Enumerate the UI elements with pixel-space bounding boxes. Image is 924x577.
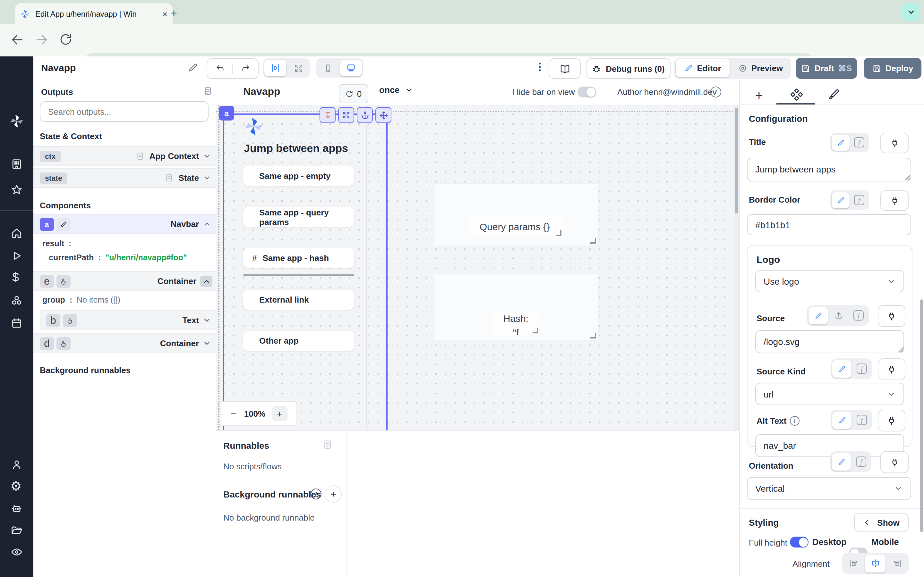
folders-icon[interactable]	[10, 524, 23, 537]
info-icon[interactable]: i	[710, 87, 721, 97]
anchor-button[interactable]	[357, 107, 373, 123]
resize-handle[interactable]	[590, 333, 596, 338]
component-row-text-b[interactable]: b Text	[40, 310, 216, 330]
connect-plug-button[interactable]	[878, 410, 905, 432]
chevron-down-icon[interactable]	[203, 339, 211, 348]
align-center-icon[interactable]	[865, 554, 885, 572]
windmill-logo[interactable]	[9, 113, 24, 129]
title-input[interactable]: Jump between apps	[747, 158, 911, 181]
static-pencil-icon[interactable]	[809, 307, 828, 324]
textarea-resize-grip[interactable]	[897, 345, 903, 352]
resize-handle[interactable]	[556, 230, 561, 236]
fn-icon[interactable]: f	[851, 192, 867, 208]
panel-scrollbar-thumb[interactable]	[920, 300, 923, 532]
nav-link-hash[interactable]: # Same app - hash	[243, 248, 354, 268]
schedules-calendar-icon[interactable]	[10, 317, 23, 330]
fn-icon[interactable]: f	[853, 411, 871, 429]
docs-book-button[interactable]	[549, 58, 581, 79]
zoom-out-button[interactable]: −	[230, 408, 236, 419]
back-icon[interactable]	[10, 33, 24, 47]
hash-container[interactable]: Hash: "f	[434, 274, 599, 341]
chevron-up-icon[interactable]	[200, 276, 212, 287]
selected-component-tag[interactable]: a	[219, 106, 234, 121]
forward-icon[interactable]	[35, 33, 49, 47]
expand-down-button[interactable]	[320, 107, 336, 123]
group-row[interactable]: group : No items ([])	[42, 295, 120, 305]
refresh-mode-select[interactable]: once	[379, 85, 413, 95]
new-tab-button[interactable]: +	[171, 7, 177, 20]
connect-plug-button[interactable]	[880, 133, 909, 153]
fn-icon[interactable]: f	[851, 134, 867, 150]
result-key[interactable]: result :	[42, 239, 71, 248]
align-right-icon[interactable]	[887, 554, 907, 572]
border-color-input[interactable]	[747, 214, 911, 235]
hand-pointer-icon[interactable]	[57, 337, 71, 350]
hand-pointer-icon[interactable]	[57, 275, 71, 287]
doc-icon[interactable]	[322, 439, 333, 450]
app-canvas[interactable]: a Jump between apps Same app	[216, 105, 739, 430]
audit-eye-icon[interactable]	[10, 546, 23, 558]
upload-icon[interactable]	[829, 307, 848, 324]
full-height-toggle[interactable]	[790, 537, 809, 548]
query-params-container[interactable]: Query params {}	[434, 183, 599, 246]
doc-icon[interactable]	[203, 86, 213, 96]
zoom-in-button[interactable]: +	[272, 406, 287, 421]
chevron-up-icon[interactable]	[203, 220, 211, 228]
undo-button[interactable]	[207, 63, 232, 74]
tab-search-button[interactable]	[902, 3, 920, 21]
nav-link-external[interactable]: External link	[243, 290, 354, 309]
search-outputs-input[interactable]	[40, 101, 208, 122]
static-pencil-icon[interactable]	[832, 134, 850, 150]
home-icon[interactable]	[10, 227, 23, 240]
logo-mode-select[interactable]: Use logo	[755, 270, 904, 292]
chevron-down-icon[interactable]	[203, 152, 211, 160]
current-path-row[interactable]: currentPath : "u/henri/navapp#foo"	[49, 253, 187, 262]
info-icon[interactable]: i	[310, 488, 321, 500]
draft-button[interactable]: Draft ⌘S	[796, 57, 857, 79]
nav-link-other-app[interactable]: Other app	[243, 331, 354, 351]
deploy-button[interactable]: Deploy	[864, 57, 921, 79]
bounded-width-button[interactable]	[264, 60, 286, 76]
static-pencil-icon[interactable]	[832, 411, 851, 429]
tab-component-settings-icon[interactable]	[790, 89, 803, 101]
rename-pencil-icon[interactable]	[187, 62, 198, 73]
panel-divider[interactable]	[347, 431, 347, 577]
resources-cubes-icon[interactable]	[10, 294, 23, 307]
redo-button[interactable]	[232, 63, 258, 74]
tab-editor[interactable]: Editor	[676, 59, 730, 77]
chevron-down-icon[interactable]	[203, 316, 211, 324]
component-row-navbar[interactable]: a Navbar	[33, 214, 216, 234]
workers-robot-icon[interactable]	[10, 502, 23, 515]
canvas-scrollbar-thumb[interactable]	[735, 108, 738, 213]
resize-handle[interactable]	[590, 238, 596, 243]
fn-icon[interactable]: f	[850, 307, 867, 324]
connect-plug-button[interactable]	[880, 190, 909, 211]
chevron-down-icon[interactable]	[203, 174, 211, 182]
connect-plug-button[interactable]	[878, 305, 905, 327]
tab-close-icon[interactable]: ×	[162, 9, 168, 19]
expand-component-button[interactable]	[338, 107, 354, 123]
header-kebab-icon[interactable]: ⋮	[535, 61, 545, 73]
output-row-ctx[interactable]: ctx App Context	[33, 146, 216, 166]
source-input[interactable]	[755, 330, 904, 353]
orientation-select[interactable]: Vertical	[747, 477, 911, 500]
full-width-button[interactable]	[288, 60, 309, 76]
debug-runs-button[interactable]: Debug runs (0)	[586, 58, 670, 79]
info-icon[interactable]: i	[790, 416, 799, 426]
component-row-container-e[interactable]: e Container	[33, 271, 216, 291]
output-row-state[interactable]: state State	[33, 168, 216, 188]
browser-tab[interactable]: Edit App u/henri/navapp | Win ×	[15, 3, 173, 24]
hide-bar-toggle[interactable]	[577, 87, 596, 97]
move-component-button[interactable]	[375, 107, 391, 123]
connect-plug-button[interactable]	[880, 451, 909, 473]
textarea-resize-grip[interactable]	[903, 173, 910, 180]
nav-link-query-params[interactable]: Same app - query params	[243, 207, 354, 227]
canvas-scrollbar-track[interactable]	[734, 105, 738, 430]
connect-plug-button[interactable]	[878, 358, 905, 380]
source-kind-select[interactable]: url	[755, 383, 904, 405]
reload-icon[interactable]	[59, 33, 73, 46]
add-background-runnable-button[interactable]: +	[325, 485, 342, 503]
settings-gear-icon[interactable]: ⚙	[10, 480, 22, 492]
runs-play-icon[interactable]	[10, 250, 23, 262]
favorites-star-icon[interactable]	[10, 183, 23, 196]
